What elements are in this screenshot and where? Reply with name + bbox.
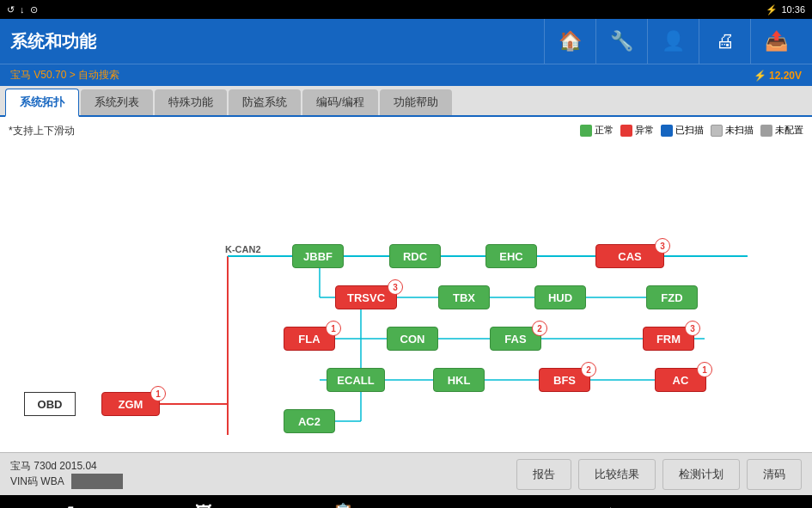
vin-image <box>71 474 123 489</box>
action-buttons: 报告 比较结果 检测计划 清码 <box>516 459 802 490</box>
legend-scanned-label: 已扫描 <box>675 124 704 137</box>
car-info: 宝马 730d 2015.04 VIN码 WBA <box>10 459 123 489</box>
legend-scanned: 已扫描 <box>661 124 704 137</box>
user-button[interactable]: 👤 <box>647 19 699 64</box>
legend-unconfigured: 未配置 <box>760 124 803 137</box>
home-button[interactable]: 🏠 <box>544 19 595 64</box>
voltage-display: ⚡ 12.20V <box>754 70 802 82</box>
node-cas[interactable]: CAS 3 <box>595 244 664 268</box>
legend-unscanned-label: 未扫描 <box>725 124 754 137</box>
badge-zgm: 1 <box>150 386 166 401</box>
node-hkl[interactable]: HKL <box>433 368 485 392</box>
topology-diagram: K-CAN2 FLEXRAY OBD ZGM 1 JBBF RDC EHC CA… <box>0 117 808 435</box>
badge-frm: 3 <box>685 321 700 336</box>
icon-arrow: ↓ <box>20 4 25 15</box>
bottom-bar: 宝马 730d 2015.04 VIN码 WBA 报告 比较结果 检测计划 清码 <box>0 452 812 495</box>
nav-back[interactable]: ↺ <box>43 497 92 508</box>
bluetooth-icon: ⚡ <box>766 4 778 15</box>
tab-special[interactable]: 特殊功能 <box>155 89 227 115</box>
main-content: 正常 异常 已扫描 未扫描 未配置 *支持上下滑动 <box>0 117 812 452</box>
print-button[interactable]: 🖨 <box>699 19 750 64</box>
node-zgm[interactable]: ZGM 1 <box>101 392 160 416</box>
report-button[interactable]: 报告 <box>516 459 571 490</box>
node-hud[interactable]: HUD <box>534 285 586 309</box>
node-ac2[interactable]: AC2 <box>284 409 335 433</box>
kcan-label: K-CAN2 <box>225 244 261 254</box>
test-plan-button[interactable]: 检测计划 <box>662 459 740 490</box>
node-fla[interactable]: FLA 1 <box>284 327 335 351</box>
status-icons-left: ↺ ↓ ⊙ <box>7 4 38 15</box>
tools-button[interactable]: 🔧 <box>595 19 647 64</box>
nav-clipboard[interactable]: 📋 <box>315 497 371 508</box>
status-icons-right: ⚡ 10:36 <box>766 4 805 15</box>
header-icons: 🏠 🔧 👤 🖨 📤 <box>544 19 802 64</box>
tab-help[interactable]: 功能帮助 <box>380 89 452 115</box>
breadcrumb: 宝马 V50.70 > 自动搜索 ⚡ 12.20V <box>0 64 812 86</box>
legend-dot-scanned <box>661 125 673 137</box>
node-con[interactable]: CON <box>387 327 438 351</box>
vin-label: VIN码 WBA <box>10 474 64 489</box>
legend-unscanned: 未扫描 <box>711 124 754 137</box>
legend-error-label: 异常 <box>635 124 654 137</box>
compare-button[interactable]: 比较结果 <box>578 459 656 490</box>
page-title: 系统和功能 <box>10 30 96 53</box>
vin-row: VIN码 WBA <box>10 474 123 489</box>
nav-gallery[interactable]: 🖼 <box>178 498 229 509</box>
node-trsvc[interactable]: TRSVC 3 <box>335 285 397 309</box>
badge-trsvc: 3 <box>388 279 403 295</box>
status-bar: ↺ ↓ ⊙ ⚡ 10:36 <box>0 0 812 19</box>
icon-circle: ⊙ <box>30 4 38 15</box>
time-display: 10:36 <box>781 4 805 15</box>
nav-bar: ↺ 🖼 📋 □ △ ↩ <box>0 495 812 508</box>
node-rdc[interactable]: RDC <box>389 244 441 268</box>
nav-menu[interactable]: △ <box>587 497 634 508</box>
nav-return[interactable]: ↩ <box>720 497 769 508</box>
legend-error: 异常 <box>620 124 654 137</box>
breadcrumb-path: 宝马 V50.70 > 自动搜索 <box>10 68 119 83</box>
car-model: 宝马 730d 2015.04 <box>10 459 123 474</box>
node-frm[interactable]: FRM 3 <box>643 327 694 351</box>
badge-ac: 1 <box>697 362 712 377</box>
node-ehc[interactable]: EHC <box>485 244 537 268</box>
tab-bar: 系统拓扑 系统列表 特殊功能 防盗系统 编码/编程 功能帮助 <box>0 86 812 117</box>
node-obd[interactable]: OBD <box>24 392 76 416</box>
node-bfs[interactable]: BFS 2 <box>539 368 590 392</box>
node-fas[interactable]: FAS 2 <box>490 327 541 351</box>
legend-dot-unscanned <box>711 125 723 137</box>
header: 系统和功能 🏠 🔧 👤 🖨 📤 <box>0 19 812 64</box>
badge-fas: 2 <box>532 321 547 336</box>
node-ecall[interactable]: ECALL <box>327 368 385 392</box>
exit-button[interactable]: 📤 <box>750 19 802 64</box>
tab-antitheft[interactable]: 防盗系统 <box>229 89 301 115</box>
badge-bfs: 2 <box>581 362 596 377</box>
tab-topology[interactable]: 系统拓扑 <box>5 89 79 117</box>
node-ac[interactable]: AC 1 <box>655 368 706 392</box>
tab-list[interactable]: 系统列表 <box>81 89 153 115</box>
icon-refresh: ↺ <box>7 4 15 15</box>
badge-cas: 3 <box>655 238 670 254</box>
nav-home[interactable]: □ <box>456 498 501 509</box>
legend-unconfigured-label: 未配置 <box>775 124 803 137</box>
legend-dot-error <box>620 125 632 137</box>
legend-normal-label: 正常 <box>595 124 614 137</box>
tab-coding[interactable]: 编码/编程 <box>302 89 378 115</box>
legend-normal: 正常 <box>580 124 614 137</box>
node-tbx[interactable]: TBX <box>438 285 490 309</box>
node-fzd[interactable]: FZD <box>646 285 698 309</box>
legend: 正常 异常 已扫描 未扫描 未配置 <box>580 124 803 137</box>
clear-code-button[interactable]: 清码 <box>747 459 802 490</box>
legend-dot-unconfigured <box>760 125 772 137</box>
legend-dot-normal <box>580 125 592 137</box>
node-jbbf[interactable]: JBBF <box>292 244 344 268</box>
badge-fla: 1 <box>326 321 341 336</box>
